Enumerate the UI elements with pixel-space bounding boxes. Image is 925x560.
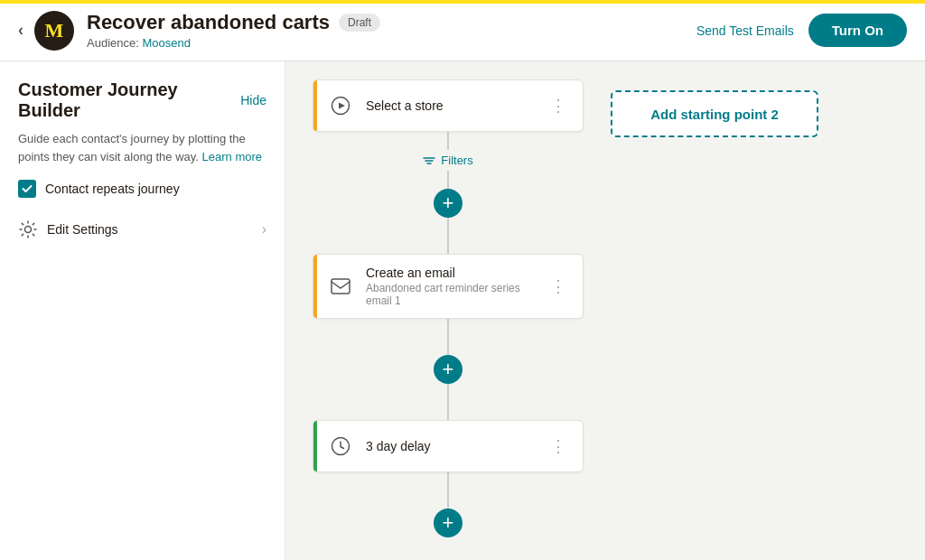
draft-badge: Draft [339, 14, 380, 32]
logo: M [34, 11, 74, 51]
card-menu-button-2[interactable]: ⋮ [547, 276, 570, 296]
turn-on-button[interactable]: Turn On [808, 14, 907, 47]
hide-button[interactable]: Hide [240, 93, 266, 107]
email-icon [326, 272, 355, 301]
card-content: Select a store [366, 98, 547, 113]
contact-repeats-row[interactable]: Contact repeats journey [18, 180, 266, 198]
journey-column: Select a store ⋮ Filters + [304, 79, 593, 542]
send-test-button[interactable]: Send Test Emails [696, 23, 794, 38]
page-title: Recover abandoned carts [87, 11, 330, 34]
connector-3 [447, 218, 449, 254]
canvas: Select a store ⋮ Filters + [285, 61, 925, 560]
card-title-3: 3 day delay [366, 439, 547, 453]
svg-text:M: M [45, 19, 64, 42]
card-bar-green [313, 421, 317, 471]
create-email-card[interactable]: Create an email Abandoned cart reminder … [313, 254, 584, 319]
edit-settings-label: Edit Settings [47, 222, 253, 237]
learn-more-link[interactable]: Learn more [202, 150, 262, 163]
filter-icon [423, 154, 435, 167]
clock-icon [326, 432, 355, 461]
card-content-3: 3 day delay [366, 439, 547, 453]
sidebar: Customer Journey Builder Hide Guide each… [0, 61, 285, 560]
title-area: Recover abandoned carts Draft Audience: … [87, 11, 696, 50]
card-title: Select a store [366, 98, 547, 113]
header-actions: Send Test Emails Turn On [696, 14, 907, 47]
connector-6 [447, 472, 449, 509]
card-subtitle-2: Abandoned cart reminder series email 1 [366, 282, 547, 307]
add-step-button-3[interactable]: + [434, 509, 462, 537]
card-menu-button-3[interactable]: ⋮ [547, 436, 570, 456]
select-store-card[interactable]: Select a store ⋮ [313, 79, 584, 132]
main-layout: Customer Journey Builder Hide Guide each… [0, 61, 925, 560]
card-bar-yellow [313, 80, 317, 131]
sidebar-title: Customer Journey Builder [18, 79, 240, 121]
card-title-2: Create an email [366, 266, 547, 280]
audience-text: Audience: Moosend [87, 36, 696, 50]
card-bar-yellow-2 [313, 255, 317, 318]
svg-rect-8 [332, 279, 350, 294]
svg-marker-4 [339, 103, 345, 109]
add-step-button-2[interactable]: + [434, 355, 462, 384]
filters-label: Filters [423, 154, 472, 167]
add-step-button-1[interactable]: + [434, 189, 462, 218]
card-menu-button[interactable]: ⋮ [547, 96, 570, 116]
contact-repeats-checkbox[interactable] [18, 180, 36, 198]
connector-5 [447, 384, 449, 420]
play-icon [326, 91, 355, 120]
connector-1 [447, 132, 449, 150]
chevron-right-icon: › [262, 221, 266, 238]
back-button[interactable]: ‹ [18, 21, 23, 40]
day-delay-card[interactable]: 3 day delay ⋮ [313, 420, 584, 472]
top-bar [0, 0, 925, 4]
checkmark-icon [22, 183, 33, 194]
add-starting-point-button[interactable]: Add starting point 2 [611, 90, 818, 137]
connector-2 [447, 171, 449, 189]
gear-icon [18, 219, 38, 239]
card-content-2: Create an email Abandoned cart reminder … [366, 266, 547, 307]
audience-link[interactable]: Moosend [142, 36, 190, 50]
svg-point-2 [25, 227, 32, 233]
audience-prefix: Audience: [87, 36, 142, 50]
sidebar-header: Customer Journey Builder Hide [18, 79, 266, 121]
edit-settings-row[interactable]: Edit Settings › [18, 216, 266, 243]
connector-4 [447, 319, 449, 355]
sidebar-description: Guide each contact's journey by plotting… [18, 130, 266, 165]
header: ‹ M Recover abandoned carts Draft Audien… [0, 0, 925, 61]
contact-repeats-label: Contact repeats journey [45, 182, 180, 196]
